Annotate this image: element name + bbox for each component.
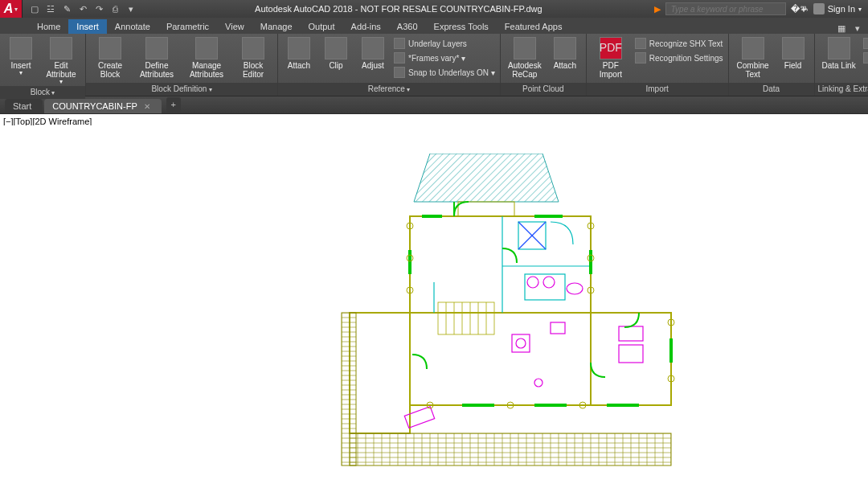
panel-block: Insert▾Edit Attribute▾Block — [0, 34, 86, 96]
panel-title[interactable]: Reference — [278, 83, 500, 96]
title-play-icon[interactable]: ▶ — [654, 4, 661, 14]
attach-button[interactable]: Attach — [283, 37, 315, 70]
svg-rect-20 — [551, 322, 565, 334]
pdf-import-button[interactable]: PDFPDF Import — [592, 37, 630, 79]
svg-rect-4 — [410, 216, 591, 313]
underlay-layers-label: Underlay Layers — [408, 39, 467, 48]
qat-undo-icon[interactable]: ↶ — [77, 3, 88, 14]
linking-small-1[interactable] — [863, 51, 868, 64]
define-attributes-button-icon — [145, 37, 168, 59]
insert-button-icon — [10, 37, 32, 59]
panel-linking-extraction: Data LinkLinking & Extraction — [815, 34, 868, 96]
recognition-settings-label: Recognition Settings — [649, 54, 723, 63]
pdf-import-button-icon: PDF — [600, 37, 622, 59]
qat-print-icon[interactable]: ⎙ — [109, 3, 121, 14]
underlay-layers[interactable]: Underlay Layers — [394, 37, 495, 50]
svg-point-23 — [534, 379, 542, 387]
panel-block-definition: Create BlockDefine AttributesManage Attr… — [86, 34, 278, 96]
signin-label: Sign In — [828, 4, 855, 14]
panel-import: PDFPDF ImportRecognize SHX TextRecogniti… — [587, 34, 729, 96]
panel-title[interactable]: Data — [729, 83, 814, 96]
panel-title[interactable]: Block Definition — [86, 83, 277, 96]
panel-title[interactable]: Linking & Extraction — [815, 83, 868, 96]
infocenter-icon[interactable]: �⅌ — [791, 4, 809, 14]
frames-vary-icon — [394, 52, 405, 64]
panel-toggle-icon[interactable]: ▦ — [836, 23, 847, 34]
linking-small-icon-0 — [863, 38, 868, 49]
quick-access-toolbar: ▢ ☳ ✎ ↶ ↷ ⎙ ▾ — [23, 3, 143, 14]
frames-vary[interactable]: *Frames vary* ▾ — [394, 51, 495, 64]
tab-insert[interactable]: Insert — [68, 19, 107, 34]
file-tabs: StartCOUNTRYCABIN-FP✕+ — [0, 96, 868, 114]
app-logo[interactable]: A — [0, 0, 23, 18]
file-tab-start[interactable]: Start — [5, 99, 43, 113]
close-icon[interactable]: ✕ — [144, 102, 150, 111]
autodesk-recap-button[interactable]: Autodesk ReCap — [506, 37, 544, 79]
svg-rect-24 — [404, 407, 434, 429]
autodesk-recap-button-label: Autodesk ReCap — [506, 61, 544, 79]
linking-small-0[interactable] — [863, 37, 868, 50]
block-editor-button-icon — [242, 37, 264, 59]
tab-home[interactable]: Home — [29, 19, 68, 34]
file-tab-countrycabin-fp[interactable]: COUNTRYCABIN-FP✕ — [44, 99, 162, 113]
attach-pointcloud-button[interactable]: Attach — [549, 37, 581, 70]
panel-title[interactable]: Import — [587, 83, 728, 96]
panel-title[interactable]: Point Cloud — [501, 83, 586, 96]
edit-attribute-button-icon — [50, 37, 72, 59]
svg-point-19 — [516, 338, 526, 348]
svg-rect-41 — [350, 433, 671, 465]
edit-attribute-button[interactable]: Edit Attribute▾ — [42, 37, 80, 86]
svg-marker-2 — [414, 154, 559, 202]
svg-rect-18 — [512, 334, 530, 352]
tab-output[interactable]: Output — [301, 19, 343, 34]
adjust-button[interactable]: Adjust — [357, 37, 389, 70]
tab-add-ins[interactable]: Add-ins — [343, 19, 389, 34]
qat-redo-icon[interactable]: ↷ — [93, 3, 104, 14]
help-dropdown-icon[interactable]: ▾ — [852, 23, 863, 34]
svg-point-17 — [567, 283, 583, 294]
recognition-settings[interactable]: Recognition Settings — [635, 51, 723, 64]
create-block-button[interactable]: Create Block — [91, 37, 129, 79]
svg-point-16 — [543, 277, 555, 288]
search-input[interactable] — [665, 2, 786, 15]
floorplan-drawing — [334, 154, 679, 483]
tab-view[interactable]: View — [217, 19, 252, 34]
define-attributes-button[interactable]: Define Attributes — [134, 37, 179, 79]
qat-dropdown-icon[interactable]: ▾ — [125, 3, 137, 14]
combine-text-button-icon — [742, 37, 764, 59]
field-button[interactable]: Field — [777, 37, 809, 70]
qat-save-icon[interactable]: ✎ — [61, 3, 72, 14]
svg-point-15 — [527, 277, 538, 288]
qat-open-icon[interactable]: ☳ — [45, 3, 56, 14]
combine-text-button[interactable]: Combine Text — [734, 37, 772, 79]
data-link-button-icon — [828, 37, 850, 59]
panel-reference: AttachClipAdjustUnderlay Layers*Frames v… — [278, 34, 501, 96]
new-tab-button[interactable]: + — [166, 97, 181, 112]
recognition-settings-icon — [635, 52, 646, 64]
panel-point-cloud: Autodesk ReCapAttachPoint Cloud — [501, 34, 587, 96]
edit-attribute-button-label: Edit Attribute — [42, 61, 80, 79]
clip-button[interactable]: Clip — [320, 37, 352, 70]
clip-button-label: Clip — [329, 61, 342, 70]
snap-underlays[interactable]: Snap to Underlays ON ▾ — [394, 66, 495, 79]
data-link-button[interactable]: Data Link — [820, 37, 858, 70]
tab-featured-apps[interactable]: Featured Apps — [497, 19, 571, 34]
create-block-button-label: Create Block — [91, 61, 129, 79]
manage-attributes-button-icon — [195, 37, 218, 59]
ribbon-tabs: HomeInsertAnnotateParametricViewManageOu… — [0, 18, 868, 34]
insert-button[interactable]: Insert▾ — [5, 37, 37, 77]
tab-express-tools[interactable]: Express Tools — [426, 19, 497, 34]
manage-attributes-button[interactable]: Manage Attributes — [184, 37, 229, 79]
panel-title[interactable]: Block — [0, 86, 85, 99]
tab-a360[interactable]: A360 — [389, 19, 426, 34]
qat-new-icon[interactable]: ▢ — [29, 3, 40, 14]
recognize-shx[interactable]: Recognize SHX Text — [635, 37, 723, 50]
tab-manage[interactable]: Manage — [252, 19, 301, 34]
drawing-canvas[interactable] — [0, 125, 868, 488]
linking-small-icon-1 — [863, 52, 868, 64]
tab-annotate[interactable]: Annotate — [107, 19, 158, 34]
signin-button[interactable]: Sign In ▾ — [813, 3, 862, 14]
block-editor-button[interactable]: Block Editor — [234, 37, 272, 79]
chevron-down-icon: ▾ — [59, 79, 63, 86]
tab-parametric[interactable]: Parametric — [158, 19, 217, 34]
